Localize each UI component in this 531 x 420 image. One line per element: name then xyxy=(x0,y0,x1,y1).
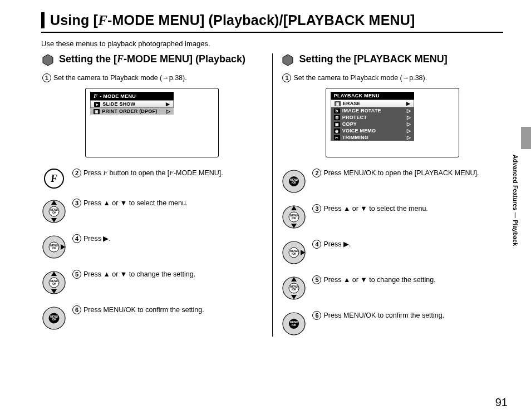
right-step-4: MENU /OK 4 Press ▶. xyxy=(281,240,503,265)
trim-icon: ✂ xyxy=(334,135,340,140)
chevron-right-icon: ▷ xyxy=(407,128,411,134)
lcd-menu-header: F- MODE MENU xyxy=(90,92,174,100)
manual-page: Using [F-MODE MENU] (Playback)/[PLAYBACK… xyxy=(0,0,531,420)
chevron-right-icon: ▷ xyxy=(407,135,411,140)
dial-right-icon: MENU /OK xyxy=(281,240,307,265)
left-step-6: MENU /OK 6 Press MENU/OK to confirm the … xyxy=(41,305,263,331)
column-divider xyxy=(272,53,273,337)
svg-text:/OK: /OK xyxy=(52,247,57,250)
left-heading-text: Setting the [F-MODE MENU] (Playback) xyxy=(59,53,245,66)
step-number: 6 xyxy=(72,305,81,314)
lcd-menu-row-slideshow: ▸ SLIDE SHOW ▶ xyxy=(90,100,174,108)
dial-right-icon: MENU /OK xyxy=(41,234,67,260)
title-text-a: Using [ xyxy=(50,12,98,28)
rotate-icon: ↻ xyxy=(334,108,340,113)
lcd-menu-header: PLAYBACK MENU xyxy=(331,92,414,100)
chevron-right-icon: ▷ xyxy=(166,108,170,114)
right-step-5: MENU /OK 5 Press ▲ or ▼ to change the se… xyxy=(281,275,503,301)
title-bar: Using [F-MODE MENU] (Playback)/[PLAYBACK… xyxy=(41,12,503,28)
svg-text:/OK: /OK xyxy=(292,181,297,184)
hexagon-bullet-icon xyxy=(41,53,55,67)
left-step-5: MENU /OK 5 Press ▲ or ▼ to change the se… xyxy=(41,270,263,295)
chevron-right-icon: ▶ xyxy=(166,101,170,107)
step-number: 4 xyxy=(72,234,81,243)
lcd-row-protect: ⛨ PROTECT ▷ xyxy=(331,114,414,121)
svg-text:/OK: /OK xyxy=(52,211,57,214)
step-1-text: Set the camera to Playback mode (→p.38). xyxy=(53,74,187,82)
svg-text:/OK: /OK xyxy=(52,283,57,285)
left-step-1: 1 Set the camera to Playback mode (→p.38… xyxy=(42,73,263,82)
left-section-heading: Setting the [F-MODE MENU] (Playback) xyxy=(41,53,263,67)
chevron-right-icon: ▷ xyxy=(407,115,411,120)
left-step-2: F 2 Press F button to open the [F-MODE M… xyxy=(41,169,263,189)
left-step-3: MENU /OK 3 Press ▲ or ▼ to select the me… xyxy=(41,199,263,224)
step-number: 5 xyxy=(312,275,321,284)
protect-icon: ⛨ xyxy=(334,115,340,120)
lcd-row-voice: ◉ VOICE MEMO ▷ xyxy=(331,127,414,134)
svg-text:/OK: /OK xyxy=(292,253,297,255)
svg-text:/OK: /OK xyxy=(292,288,297,291)
svg-marker-22 xyxy=(283,55,293,66)
left-column: Setting the [F-MODE MENU] (Playback) 1 S… xyxy=(41,53,263,337)
dial-ok-icon: MENU /OK xyxy=(281,169,307,194)
right-step-1: 1 Set the camera to Playback mode (→p.38… xyxy=(282,73,503,82)
step-number: 4 xyxy=(312,240,321,249)
step-number-1: 1 xyxy=(42,73,51,82)
f-mode-menu-lcd: F- MODE MENU ▸ SLIDE SHOW ▶ ▣ PRINT ORDE… xyxy=(85,88,219,157)
svg-text:/OK: /OK xyxy=(52,318,57,321)
lcd-row-erase: ▣ ERASE ▶ xyxy=(331,100,414,107)
intro-text: Use these menus to playback photographed… xyxy=(41,39,503,48)
f-button-icon: F xyxy=(44,169,64,189)
chevron-right-icon: ▷ xyxy=(407,121,411,127)
lcd-row-trim: ✂ TRIMMING ▷ xyxy=(331,134,414,141)
right-step-3: MENU /OK 3 Press ▲ or ▼ to select the me… xyxy=(281,204,503,230)
lcd-menu-row-dpof: ▣ PRINT ORDER (DPOF) ▷ xyxy=(90,108,174,115)
svg-marker-0 xyxy=(43,55,53,66)
right-section-heading: Setting the [PLAYBACK MENU] xyxy=(281,53,503,67)
two-column-layout: Setting the [F-MODE MENU] (Playback) 1 S… xyxy=(41,53,503,337)
step-number: 3 xyxy=(72,199,81,207)
dial-up-down-icon: MENU /OK xyxy=(281,275,307,301)
voice-icon: ◉ xyxy=(334,129,340,134)
hexagon-bullet-icon xyxy=(281,53,294,67)
dial-ok-icon: MENU /OK xyxy=(281,311,307,337)
step-1-text: Set the camera to Playback mode (→p.38). xyxy=(293,74,427,82)
step-number: 2 xyxy=(72,169,81,177)
title-f-glyph: F xyxy=(98,13,107,28)
chevron-right-icon: ▷ xyxy=(407,108,411,113)
copy-icon: ▣ xyxy=(334,122,340,127)
print-icon: ▣ xyxy=(94,109,100,114)
lcd-row-copy: ▣ COPY ▷ xyxy=(331,121,414,127)
page-number: 91 xyxy=(495,396,508,409)
right-steps: MENU /OK 2 Press MENU/OK to open the [PL… xyxy=(281,169,503,337)
step-number: 2 xyxy=(312,169,321,177)
svg-text:/OK: /OK xyxy=(292,324,297,327)
chevron-right-icon: ▶ xyxy=(406,101,410,106)
right-step-6: MENU /OK 6 Press MENU/OK to confirm the … xyxy=(281,311,503,337)
title-underline xyxy=(41,32,503,33)
dial-up-down-icon: MENU /OK xyxy=(41,270,67,295)
left-steps: F 2 Press F button to open the [F-MODE M… xyxy=(41,169,263,331)
dial-ok-icon: MENU /OK xyxy=(41,305,67,331)
left-step-4: MENU /OK 4 Press ▶. xyxy=(41,234,263,260)
step-number: 6 xyxy=(312,311,321,320)
playback-menu-lcd: PLAYBACK MENU ▣ ERASE ▶ ↻ IMAGE ROTATE ▷… xyxy=(326,88,459,157)
title-text-b: -MODE MENU] (Playback)/[PLAYBACK MENU] xyxy=(107,12,415,28)
side-section-label: Advanced Features — Playback xyxy=(512,155,519,246)
step-number: 3 xyxy=(312,204,321,213)
lcd-row-rotate: ↻ IMAGE ROTATE ▷ xyxy=(331,107,414,114)
erase-icon: ▣ xyxy=(335,101,341,106)
page-title: Using [F-MODE MENU] (Playback)/[PLAYBACK… xyxy=(50,12,503,28)
side-tab-marker xyxy=(521,127,531,149)
step-number-1: 1 xyxy=(282,73,291,82)
right-step-2: MENU /OK 2 Press MENU/OK to open the [PL… xyxy=(281,169,503,194)
right-heading-text: Setting the [PLAYBACK MENU] xyxy=(299,53,447,66)
dial-up-down-icon: MENU /OK xyxy=(281,204,307,230)
right-column: Setting the [PLAYBACK MENU] 1 Set the ca… xyxy=(281,53,503,337)
step-number: 5 xyxy=(72,270,81,279)
svg-text:/OK: /OK xyxy=(292,217,297,220)
slideshow-icon: ▸ xyxy=(94,102,100,107)
dial-up-down-icon: MENU /OK xyxy=(41,199,67,224)
